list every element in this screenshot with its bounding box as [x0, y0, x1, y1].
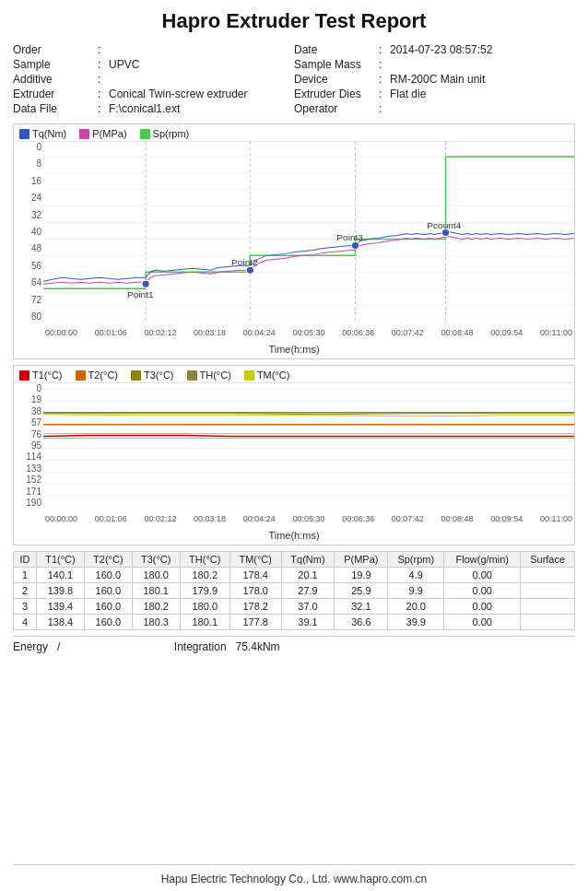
table-header-cell: ID — [14, 552, 37, 568]
chart1-yaxis: 80726456484032241680 — [14, 142, 43, 322]
info-label: Extruder — [13, 88, 96, 100]
table-header-cell: T2(°C) — [84, 552, 132, 568]
y-label: 24 — [14, 193, 41, 203]
table-cell — [521, 583, 575, 599]
info-label: Sample Mass — [294, 58, 377, 71]
legend-item: P(MPa) — [79, 128, 126, 139]
y-label: 76 — [14, 429, 41, 440]
x-label: 00:09:54 — [490, 328, 523, 337]
info-colon: : — [98, 58, 107, 71]
table-cell: 37.0 — [281, 599, 335, 615]
table-cell: 180.1 — [180, 615, 229, 630]
svg-point-15 — [142, 280, 149, 287]
x-label: 00:04:24 — [243, 514, 276, 523]
table-body: 1140.1160.0180.0180.2178.420.119.94.90.0… — [14, 568, 575, 630]
energy-spacer2 — [289, 640, 575, 653]
legend-label: T1(°C) — [32, 369, 63, 381]
table-header-cell: TM(°C) — [229, 552, 281, 568]
x-label: 00:07:42 — [392, 514, 424, 523]
table-header-cell: Surface — [521, 552, 575, 568]
table-cell: 9.9 — [388, 583, 444, 599]
info-value: Flat die — [390, 88, 426, 100]
table-cell: 180.0 — [132, 568, 180, 583]
table-cell: 0.00 — [444, 599, 521, 615]
table-cell: 4 — [14, 615, 37, 630]
y-label: 171 — [14, 487, 41, 497]
y-label: 56 — [14, 261, 41, 271]
table-cell: 1 — [14, 568, 37, 583]
chart2-xlabel: Time(h:ms) — [14, 530, 574, 545]
legend-label: P(MPa) — [92, 128, 126, 139]
svg-text:Point1: Point1 — [127, 289, 154, 299]
svg-point-21 — [442, 229, 450, 237]
legend-item: T3(°C) — [131, 369, 174, 381]
table-cell: 160.0 — [84, 568, 132, 583]
table-cell: 140.1 — [37, 568, 85, 583]
info-right-row: Device:RM-200C Main unit — [294, 72, 575, 87]
table-cell: 3 — [14, 599, 37, 615]
legend-label: T2(°C) — [88, 369, 119, 381]
x-label: 00:00:00 — [45, 328, 77, 337]
info-right-row: Date:2014-07-23 08:57:52 — [294, 42, 575, 57]
info-label: Operator — [294, 102, 377, 115]
table-cell: 39.9 — [388, 615, 444, 630]
table-header-cell: T3(°C) — [132, 552, 180, 568]
x-label: 00:03:18 — [194, 514, 226, 523]
table-cell: 160.0 — [84, 583, 132, 599]
info-left: Order:Sample:UPVCAdditive:Extruder:Conic… — [13, 42, 294, 116]
chart1: Tq(Nm)P(MPa)Sp(rpm) 80726456484032241680 — [13, 123, 575, 359]
y-label: 38 — [14, 406, 41, 416]
legend-item: Tq(Nm) — [19, 128, 66, 139]
svg-text:Point2: Point2 — [231, 257, 258, 267]
info-colon: : — [379, 58, 388, 71]
table-cell — [521, 568, 575, 583]
y-label: 133 — [14, 463, 41, 474]
info-value: F:\conical1.ext — [109, 102, 180, 115]
info-grid: Order:Sample:UPVCAdditive:Extruder:Conic… — [13, 42, 575, 116]
x-label: 00:03:18 — [194, 328, 226, 337]
chart2-xaxis: 00:00:0000:01:0600:02:1200:03:1800:04:24… — [43, 508, 574, 530]
x-label: 00:08:48 — [441, 514, 474, 523]
table-header: IDT1(°C)T2(°C)T3(°C)TH(°C)TM(°C)Tq(Nm)P(… — [14, 552, 575, 568]
y-label: 48 — [14, 243, 41, 253]
table-row: 3139.4160.0180.2180.0178.237.032.120.00.… — [14, 599, 575, 615]
legend-item: TH(°C) — [187, 369, 231, 381]
svg-point-19 — [351, 241, 359, 249]
chart1-legend: Tq(Nm)P(MPa)Sp(rpm) — [14, 124, 574, 141]
info-value: RM-200C Main unit — [390, 73, 485, 86]
table-cell: 4.9 — [388, 568, 444, 583]
table-cell: 180.1 — [132, 583, 180, 599]
x-label: 00:07:42 — [392, 328, 424, 337]
legend-item: T1(°C) — [19, 369, 63, 381]
table-cell: 139.4 — [37, 599, 85, 615]
x-label: 00:05:30 — [292, 328, 324, 337]
chart1-inner: Point1 Point2 Point3 Pcount4 — [43, 142, 574, 322]
x-label: 00:11:00 — [540, 514, 572, 523]
x-label: 00:11:00 — [540, 328, 572, 337]
legend-item: TM(°C) — [244, 369, 290, 381]
table-cell: 39.1 — [281, 615, 335, 630]
data-table: IDT1(°C)T2(°C)T3(°C)TH(°C)TM(°C)Tq(Nm)P(… — [13, 551, 575, 630]
info-label: Order — [13, 43, 96, 56]
legend-color — [140, 129, 150, 139]
x-label: 00:01:06 — [95, 514, 127, 523]
legend-color — [19, 370, 29, 381]
table-cell: 160.0 — [84, 615, 132, 630]
table-header-cell: T1(°C) — [37, 552, 85, 568]
table-header-cell: P(MPa) — [335, 552, 388, 568]
table-cell: 180.3 — [132, 615, 180, 630]
svg-text:Pcount4: Pcount4 — [427, 220, 461, 230]
chart2-svg — [43, 383, 574, 508]
svg-text:Point3: Point3 — [336, 233, 363, 243]
chart2-inner — [43, 383, 574, 508]
x-label: 00:08:48 — [441, 328, 474, 337]
table-cell: 180.2 — [132, 599, 180, 615]
info-left-row: Order: — [13, 42, 294, 57]
info-label: Date — [294, 43, 377, 56]
y-label: 32 — [14, 210, 41, 220]
info-colon: : — [98, 43, 107, 56]
y-label: 64 — [14, 277, 41, 287]
table-header-cell: Flow(g/min) — [444, 552, 521, 568]
chart2: T1(°C)T2(°C)T3(°C)TH(°C)TM(°C) 190171152… — [13, 365, 575, 545]
y-label: 95 — [14, 440, 41, 451]
